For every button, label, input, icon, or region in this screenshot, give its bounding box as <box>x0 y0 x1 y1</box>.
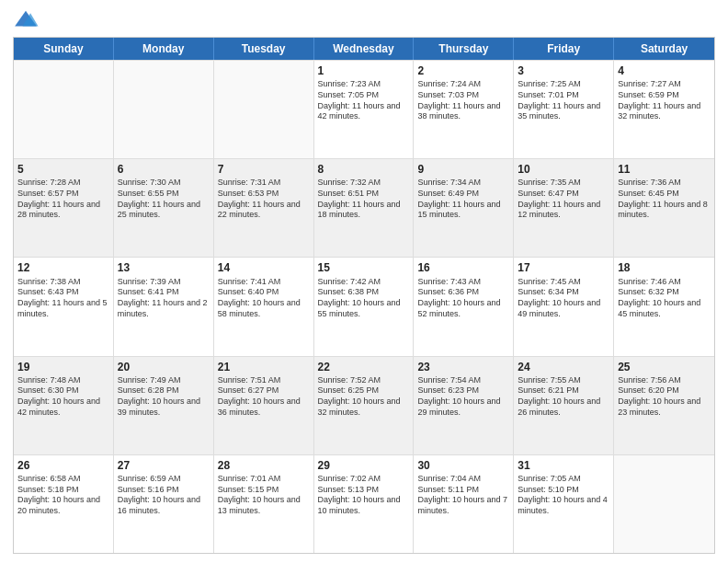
calendar-cell: 26Sunrise: 6:58 AM Sunset: 5:18 PM Dayli… <box>14 455 114 553</box>
page: SundayMondayTuesdayWednesdayThursdayFrid… <box>0 0 728 563</box>
day-number: 23 <box>417 360 509 374</box>
cell-info: Sunrise: 7:34 AM Sunset: 6:49 PM Dayligh… <box>417 178 509 221</box>
cell-info: Sunrise: 7:25 AM Sunset: 7:01 PM Dayligh… <box>518 79 609 122</box>
cell-info: Sunrise: 7:51 AM Sunset: 6:27 PM Dayligh… <box>218 375 310 419</box>
weekday-header-wednesday: Wednesday <box>314 38 415 60</box>
calendar-row-2: 12Sunrise: 7:38 AM Sunset: 6:43 PM Dayli… <box>14 257 714 355</box>
calendar-cell: 6Sunrise: 7:30 AM Sunset: 6:55 PM Daylig… <box>114 159 214 257</box>
calendar-cell: 18Sunrise: 7:46 AM Sunset: 6:32 PM Dayli… <box>614 258 714 355</box>
logo <box>13 9 42 29</box>
calendar-cell: 2Sunrise: 7:24 AM Sunset: 7:03 PM Daylig… <box>414 61 514 158</box>
day-number: 29 <box>318 458 410 473</box>
calendar-row-0: 1Sunrise: 7:23 AM Sunset: 7:05 PM Daylig… <box>14 60 714 158</box>
calendar-header-row: SundayMondayTuesdayWednesdayThursdayFrid… <box>14 38 714 60</box>
calendar-row-4: 26Sunrise: 6:58 AM Sunset: 5:18 PM Dayli… <box>14 454 714 553</box>
calendar-cell: 17Sunrise: 7:45 AM Sunset: 6:34 PM Dayli… <box>514 258 614 355</box>
cell-info: Sunrise: 7:38 AM Sunset: 6:43 PM Dayligh… <box>17 277 109 320</box>
day-number: 1 <box>318 63 410 78</box>
weekday-header-friday: Friday <box>514 38 614 60</box>
calendar-cell: 23Sunrise: 7:54 AM Sunset: 6:23 PM Dayli… <box>414 357 514 454</box>
cell-info: Sunrise: 7:02 AM Sunset: 5:13 PM Dayligh… <box>318 474 410 517</box>
calendar-body: 1Sunrise: 7:23 AM Sunset: 7:05 PM Daylig… <box>14 60 714 553</box>
day-number: 19 <box>17 360 109 374</box>
cell-info: Sunrise: 7:23 AM Sunset: 7:05 PM Dayligh… <box>318 79 410 122</box>
cell-info: Sunrise: 7:41 AM Sunset: 6:40 PM Dayligh… <box>218 277 310 320</box>
cell-info: Sunrise: 7:27 AM Sunset: 6:59 PM Dayligh… <box>618 79 711 122</box>
cell-info: Sunrise: 7:05 AM Sunset: 5:10 PM Dayligh… <box>518 474 609 517</box>
calendar-cell: 22Sunrise: 7:52 AM Sunset: 6:25 PM Dayli… <box>314 357 415 454</box>
cell-info: Sunrise: 6:58 AM Sunset: 5:18 PM Dayligh… <box>17 474 109 517</box>
day-number: 6 <box>118 162 210 177</box>
cell-info: Sunrise: 7:56 AM Sunset: 6:20 PM Dayligh… <box>618 375 711 419</box>
calendar-cell: 16Sunrise: 7:43 AM Sunset: 6:36 PM Dayli… <box>414 258 514 355</box>
cell-info: Sunrise: 7:36 AM Sunset: 6:45 PM Dayligh… <box>618 178 711 221</box>
day-number: 5 <box>17 162 109 177</box>
cell-info: Sunrise: 7:39 AM Sunset: 6:41 PM Dayligh… <box>118 277 210 320</box>
day-number: 11 <box>618 162 711 177</box>
cell-info: Sunrise: 7:49 AM Sunset: 6:28 PM Dayligh… <box>118 375 210 419</box>
day-number: 10 <box>518 162 609 177</box>
day-number: 8 <box>318 162 410 177</box>
header <box>13 9 715 29</box>
day-number: 20 <box>118 360 210 374</box>
calendar-cell: 19Sunrise: 7:48 AM Sunset: 6:30 PM Dayli… <box>14 357 114 454</box>
cell-info: Sunrise: 7:24 AM Sunset: 7:03 PM Dayligh… <box>417 79 509 122</box>
calendar-cell: 14Sunrise: 7:41 AM Sunset: 6:40 PM Dayli… <box>214 258 314 355</box>
day-number: 13 <box>118 260 210 275</box>
day-number: 28 <box>218 458 310 473</box>
day-number: 21 <box>218 360 310 374</box>
cell-info: Sunrise: 7:04 AM Sunset: 5:11 PM Dayligh… <box>417 474 509 517</box>
day-number: 22 <box>318 360 410 374</box>
calendar-cell: 11Sunrise: 7:36 AM Sunset: 6:45 PM Dayli… <box>614 159 714 257</box>
cell-info: Sunrise: 7:42 AM Sunset: 6:38 PM Dayligh… <box>318 277 410 320</box>
calendar-cell: 20Sunrise: 7:49 AM Sunset: 6:28 PM Dayli… <box>114 357 214 454</box>
calendar-cell: 31Sunrise: 7:05 AM Sunset: 5:10 PM Dayli… <box>514 455 614 553</box>
calendar-cell: 15Sunrise: 7:42 AM Sunset: 6:38 PM Dayli… <box>314 258 415 355</box>
calendar-cell <box>14 61 114 158</box>
calendar-cell: 3Sunrise: 7:25 AM Sunset: 7:01 PM Daylig… <box>514 61 614 158</box>
cell-info: Sunrise: 7:54 AM Sunset: 6:23 PM Dayligh… <box>417 375 509 419</box>
cell-info: Sunrise: 7:30 AM Sunset: 6:55 PM Dayligh… <box>118 178 210 221</box>
calendar: SundayMondayTuesdayWednesdayThursdayFrid… <box>13 37 715 554</box>
calendar-cell: 28Sunrise: 7:01 AM Sunset: 5:15 PM Dayli… <box>214 455 314 553</box>
calendar-cell: 5Sunrise: 7:28 AM Sunset: 6:57 PM Daylig… <box>14 159 114 257</box>
cell-info: Sunrise: 6:59 AM Sunset: 5:16 PM Dayligh… <box>118 474 210 517</box>
cell-info: Sunrise: 7:35 AM Sunset: 6:47 PM Dayligh… <box>518 178 609 221</box>
weekday-header-tuesday: Tuesday <box>214 38 314 60</box>
day-number: 4 <box>618 63 711 78</box>
day-number: 17 <box>518 260 609 275</box>
day-number: 24 <box>518 360 609 374</box>
calendar-cell: 12Sunrise: 7:38 AM Sunset: 6:43 PM Dayli… <box>14 258 114 355</box>
calendar-cell: 10Sunrise: 7:35 AM Sunset: 6:47 PM Dayli… <box>514 159 614 257</box>
calendar-cell: 9Sunrise: 7:34 AM Sunset: 6:49 PM Daylig… <box>414 159 514 257</box>
day-number: 26 <box>17 458 109 473</box>
day-number: 25 <box>618 360 711 374</box>
cell-info: Sunrise: 7:32 AM Sunset: 6:51 PM Dayligh… <box>318 178 410 221</box>
calendar-cell: 29Sunrise: 7:02 AM Sunset: 5:13 PM Dayli… <box>314 455 415 553</box>
calendar-cell <box>214 61 314 158</box>
day-number: 27 <box>118 458 210 473</box>
calendar-cell: 7Sunrise: 7:31 AM Sunset: 6:53 PM Daylig… <box>214 159 314 257</box>
day-number: 15 <box>318 260 410 275</box>
day-number: 18 <box>618 260 711 275</box>
day-number: 31 <box>518 458 609 473</box>
calendar-cell: 24Sunrise: 7:55 AM Sunset: 6:21 PM Dayli… <box>514 357 614 454</box>
calendar-row-1: 5Sunrise: 7:28 AM Sunset: 6:57 PM Daylig… <box>14 158 714 257</box>
weekday-header-sunday: Sunday <box>14 38 114 60</box>
cell-info: Sunrise: 7:31 AM Sunset: 6:53 PM Dayligh… <box>218 178 310 221</box>
calendar-cell: 27Sunrise: 6:59 AM Sunset: 5:16 PM Dayli… <box>114 455 214 553</box>
day-number: 9 <box>417 162 509 177</box>
cell-info: Sunrise: 7:01 AM Sunset: 5:15 PM Dayligh… <box>218 474 310 517</box>
calendar-cell: 25Sunrise: 7:56 AM Sunset: 6:20 PM Dayli… <box>614 357 714 454</box>
calendar-cell: 13Sunrise: 7:39 AM Sunset: 6:41 PM Dayli… <box>114 258 214 355</box>
cell-info: Sunrise: 7:55 AM Sunset: 6:21 PM Dayligh… <box>518 375 609 419</box>
cell-info: Sunrise: 7:43 AM Sunset: 6:36 PM Dayligh… <box>417 277 509 320</box>
day-number: 2 <box>417 63 509 78</box>
calendar-cell: 8Sunrise: 7:32 AM Sunset: 6:51 PM Daylig… <box>314 159 415 257</box>
cell-info: Sunrise: 7:52 AM Sunset: 6:25 PM Dayligh… <box>318 375 410 419</box>
weekday-header-thursday: Thursday <box>414 38 514 60</box>
logo-icon <box>13 9 39 29</box>
weekday-header-saturday: Saturday <box>614 38 714 60</box>
cell-info: Sunrise: 7:46 AM Sunset: 6:32 PM Dayligh… <box>618 277 711 320</box>
weekday-header-monday: Monday <box>114 38 214 60</box>
